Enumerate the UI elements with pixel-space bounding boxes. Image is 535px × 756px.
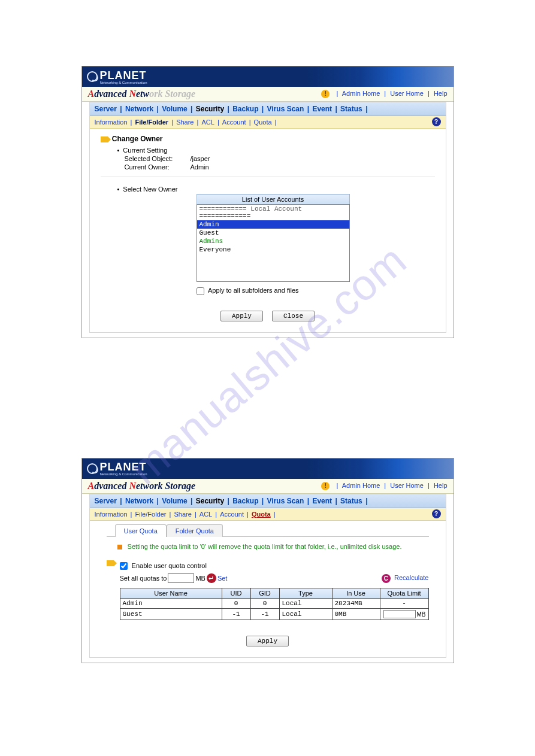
page-title: Advanced Network Storage: [88, 89, 196, 99]
apply-button[interactable]: Apply: [246, 636, 289, 646]
help-icon[interactable]: ?: [432, 117, 441, 126]
col-gid: GID: [250, 588, 279, 599]
brand-subtitle: Networking & Communication: [100, 81, 147, 84]
sub-tab-row: Information | File/Folder | Share | ACL …: [90, 508, 446, 521]
current-owner-row: Current Owner:Admin: [101, 163, 435, 171]
main-tab-row: Server | Network | Volume | Security | B…: [90, 494, 446, 508]
quota-limit-unit: MB: [417, 611, 426, 618]
help-icon[interactable]: ?: [432, 509, 441, 518]
set-action-label[interactable]: Set: [217, 575, 228, 582]
brand-header: PLANET Networking & Communication: [82, 66, 454, 87]
quota-limit-input[interactable]: [383, 610, 416, 618]
current-setting-heading: Current Setting: [101, 147, 435, 154]
screenshot-quota: PLANET Networking & Communication Advanc…: [81, 458, 454, 664]
main-tab-event[interactable]: Event: [312, 105, 332, 113]
table-row: Guest-1-1Local0MBMB: [120, 609, 428, 620]
enable-quota-label: Enable user quota control: [132, 562, 207, 569]
apply-all-label: Apply to all subfolders and files: [208, 287, 299, 294]
brand-name: PLANET: [100, 69, 147, 81]
content-pane: Server | Network | Volume | Security | B…: [89, 102, 446, 333]
main-tab-status[interactable]: Status: [340, 105, 362, 113]
planet-logo-icon: [87, 463, 98, 474]
brand-name: PLANET: [100, 461, 147, 473]
main-tab-volume[interactable]: Volume: [162, 105, 187, 113]
recalculate-link[interactable]: C Recalculate: [382, 574, 429, 583]
list-item[interactable]: Admins: [197, 237, 349, 245]
page-title: Advanced Network Storage: [88, 481, 196, 491]
link-user-home[interactable]: User Home: [390, 482, 424, 489]
sub-tab-share[interactable]: Share: [176, 119, 194, 126]
link-admin-home[interactable]: Admin Home: [342, 90, 380, 97]
main-tab-security[interactable]: Security: [196, 497, 224, 505]
tab-user-quota[interactable]: User Quota: [115, 524, 167, 537]
link-admin-home[interactable]: Admin Home: [342, 482, 380, 489]
screenshot-change-owner: PLANET Networking & Communication Advanc…: [81, 66, 454, 338]
sub-tab-account[interactable]: Account: [220, 511, 244, 518]
brand-logo: PLANET Networking & Communication: [87, 69, 147, 84]
sub-tab-quota[interactable]: Quota: [252, 511, 271, 518]
sub-tab-share[interactable]: Share: [174, 511, 191, 518]
main-tab-virus-scan[interactable]: Virus Scan: [267, 105, 304, 113]
divider: [101, 177, 435, 177]
note-icon: [117, 545, 122, 549]
sub-tab-acl[interactable]: ACL: [201, 119, 214, 126]
header-links: ! | Admin Home | User Home | Help: [321, 482, 447, 490]
sub-header: Advanced Network Storage ! | Admin Home …: [82, 87, 454, 102]
link-user-home[interactable]: User Home: [390, 90, 424, 97]
sub-tab-quota[interactable]: Quota: [254, 119, 272, 126]
apply-all-checkbox[interactable]: [197, 287, 204, 295]
col-type: Type: [279, 588, 332, 599]
sub-tab-file-folder[interactable]: File/Folder: [135, 511, 167, 518]
main-tab-event[interactable]: Event: [312, 497, 332, 505]
list-section-header: ============ Local Account =============: [197, 205, 349, 220]
link-help[interactable]: Help: [434, 90, 448, 97]
recalculate-icon: C: [382, 574, 391, 583]
sub-tab-row: Information | File/Folder | Share | ACL …: [90, 116, 446, 129]
main-tab-virus-scan[interactable]: Virus Scan: [267, 497, 304, 505]
main-tab-server[interactable]: Server: [95, 497, 117, 505]
alert-icon[interactable]: !: [321, 482, 330, 490]
set-action-icon[interactable]: ↵: [207, 573, 216, 583]
close-button[interactable]: Close: [272, 311, 315, 321]
main-tab-network[interactable]: Network: [125, 497, 153, 505]
main-tab-network[interactable]: Network: [125, 105, 153, 113]
enable-quota-checkbox[interactable]: [120, 562, 128, 570]
main-tab-backup[interactable]: Backup: [232, 105, 258, 113]
apply-button[interactable]: Apply: [220, 311, 263, 321]
quota-note: Setting the quota limit to '0' will remo…: [117, 543, 435, 550]
sub-tab-information[interactable]: Information: [95, 119, 128, 126]
sub-tab-information[interactable]: Information: [95, 511, 128, 518]
brand-subtitle: Networking & Communication: [100, 472, 147, 476]
main-tab-backup[interactable]: Backup: [232, 497, 258, 505]
user-list-title: List of User Accounts: [197, 194, 350, 204]
sub-header: Advanced Network Storage ! | Admin Home …: [82, 479, 454, 494]
quota-subtabs: User Quota Folder Quota: [115, 524, 435, 537]
quota-table: User Name UID GID Type In Use Quota Limi…: [120, 588, 429, 620]
main-tab-status[interactable]: Status: [340, 497, 362, 505]
select-new-owner-heading: Select New Owner: [101, 186, 435, 193]
list-item[interactable]: Everyone: [197, 245, 349, 254]
selected-object-row: Selected Object:/jasper: [101, 155, 435, 162]
set-all-unit: MB: [195, 575, 205, 582]
main-tab-security[interactable]: Security: [196, 105, 224, 113]
table-row: Admin00Local28234MB-: [120, 599, 428, 609]
sub-tab-account[interactable]: Account: [222, 119, 246, 126]
list-item[interactable]: Admin: [197, 220, 349, 229]
col-uid: UID: [222, 588, 250, 599]
alert-icon[interactable]: !: [321, 90, 330, 98]
section-arrow-icon: [107, 560, 114, 566]
planet-logo-icon: [87, 71, 98, 82]
main-tab-volume[interactable]: Volume: [162, 497, 187, 505]
col-user: User Name: [120, 588, 222, 599]
tab-folder-quota[interactable]: Folder Quota: [167, 524, 223, 537]
user-accounts-listbox[interactable]: ============ Local Account =============…: [197, 204, 350, 282]
main-tab-server[interactable]: Server: [95, 105, 117, 113]
list-item[interactable]: Guest: [197, 229, 349, 237]
link-help[interactable]: Help: [434, 482, 448, 489]
sub-tab-file-folder[interactable]: File/Folder: [135, 119, 169, 126]
content-pane: Server | Network | Volume | Security | B…: [89, 494, 446, 658]
section-change-owner: Change Owner: [101, 135, 435, 143]
sub-tab-acl[interactable]: ACL: [200, 511, 212, 518]
set-all-input[interactable]: [168, 573, 194, 583]
section-arrow-icon: [101, 136, 108, 142]
